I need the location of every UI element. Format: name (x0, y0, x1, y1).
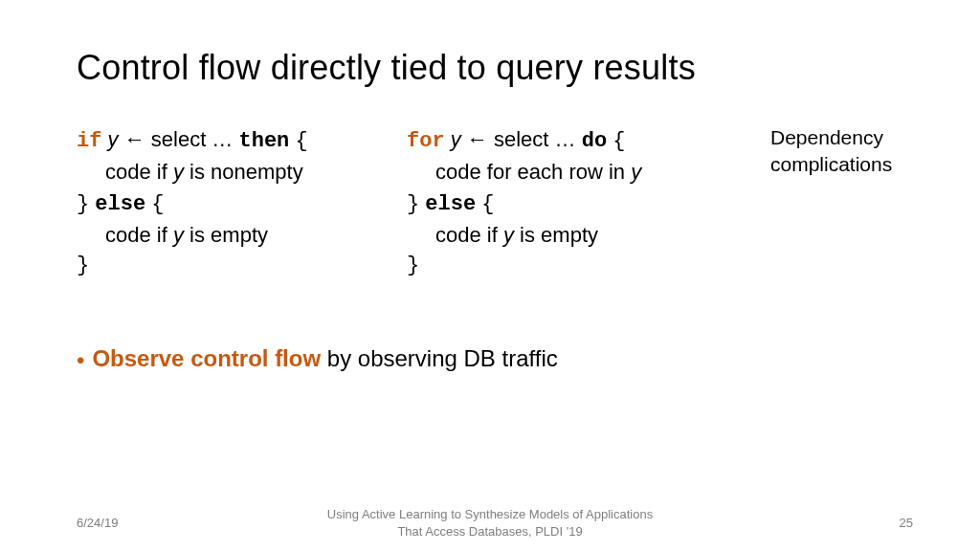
code-line: if y ← select … then { (77, 124, 407, 157)
var-y: y (173, 223, 184, 247)
code-text: code if (435, 223, 498, 247)
side-note: Dependency complications (770, 124, 913, 280)
slide: Control flow directly tied to query resu… (0, 0, 980, 551)
arrow-icon: ← (124, 127, 145, 151)
code-text: code if (105, 160, 167, 184)
side-note-line: complications (770, 151, 913, 178)
bullet-lead: Observe control flow (92, 345, 321, 371)
code-line: for y ← select … do { (407, 124, 770, 157)
select-text: select … (494, 127, 576, 151)
footer-venue: Using Active Learning to Synthesize Mode… (0, 506, 980, 540)
var-y: y (108, 127, 119, 151)
code-line: } else { (407, 187, 770, 220)
keyword-else: else (425, 192, 476, 216)
slide-footer: Using Active Learning to Synthesize Mode… (0, 516, 980, 530)
brace: { (612, 129, 625, 153)
bullet-item: • Observe control flow by observing DB t… (77, 345, 913, 372)
footer-venue-line: Using Active Learning to Synthesize Mode… (0, 506, 980, 523)
var-y: y (451, 127, 461, 151)
keyword-for: for (407, 129, 445, 153)
footer-venue-line: That Access Databases, PLDI '19 (0, 523, 980, 540)
code-text: is nonempty (189, 160, 303, 184)
keyword-if: if (77, 129, 101, 153)
side-note-line: Dependency (770, 124, 913, 151)
select-text: select … (151, 127, 234, 151)
arrow-icon: ← (467, 127, 488, 151)
code-text: is empty (520, 223, 598, 247)
brace: { (295, 129, 307, 153)
brace: { (481, 192, 494, 216)
bullet-icon: • (77, 349, 84, 372)
code-block-if: if y ← select … then { code if y is none… (77, 124, 407, 280)
brace: } (77, 192, 89, 216)
keyword-then: then (239, 129, 290, 153)
code-text: is empty (189, 223, 268, 247)
var-y: y (631, 160, 641, 184)
code-line: } else { (77, 187, 407, 220)
var-y: y (503, 223, 514, 247)
slide-title: Control flow directly tied to query resu… (77, 48, 913, 88)
var-y: y (173, 160, 184, 184)
brace: { (151, 192, 164, 216)
code-line: code for each row in y (407, 157, 770, 187)
code-text: code for each row in (435, 160, 625, 184)
code-line: } (407, 251, 770, 281)
content-columns: if y ← select … then { code if y is none… (77, 124, 913, 280)
footer-date: 6/24/19 (77, 516, 118, 530)
bullet-rest: by observing DB traffic (321, 345, 558, 371)
footer-page-number: 25 (900, 516, 913, 530)
code-line: code if y is nonempty (77, 157, 407, 187)
code-block-for: for y ← select … do { code for each row … (407, 124, 770, 280)
code-line: code if y is empty (77, 220, 407, 251)
code-text: code if (105, 223, 167, 247)
brace: } (407, 192, 419, 216)
code-line: code if y is empty (407, 220, 770, 251)
code-line: } (77, 251, 407, 281)
keyword-else: else (95, 192, 145, 216)
keyword-do: do (582, 129, 607, 153)
